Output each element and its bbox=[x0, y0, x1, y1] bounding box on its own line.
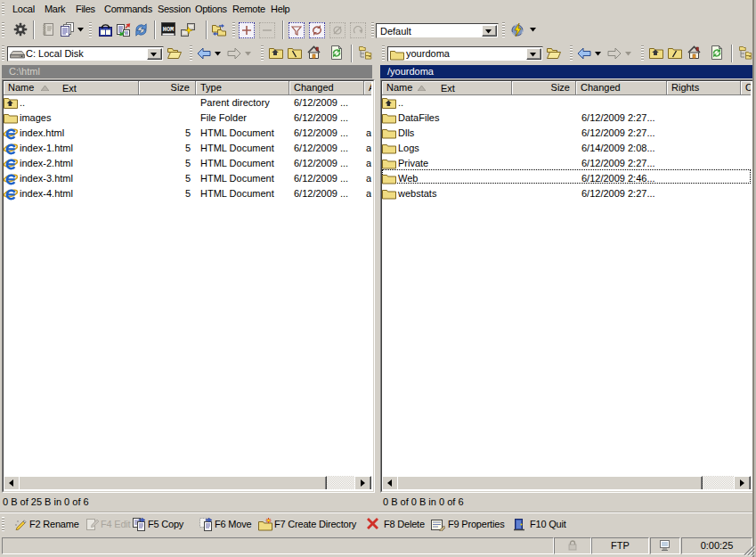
svg-text:HOM: HOM bbox=[163, 26, 175, 33]
